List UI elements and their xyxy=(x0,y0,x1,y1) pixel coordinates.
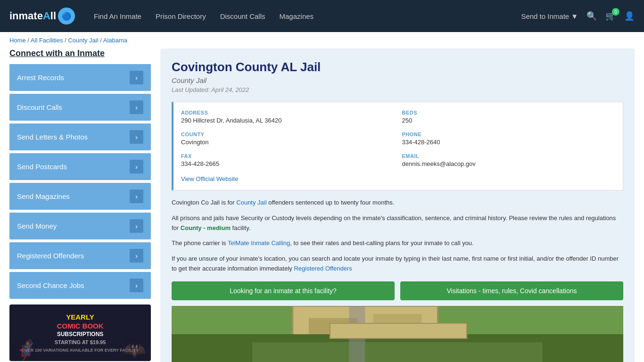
ad-hero2-icon: 🦸 xyxy=(14,339,38,361)
facility-info-grid: ADDRESS 290 Hillcrest Dr, Andalusia, AL … xyxy=(172,102,623,190)
ad-title: YEARLY COMIC BOOK SUBSCRIPTIONS STARTING… xyxy=(22,313,139,354)
facility-name: Covington County AL Jail xyxy=(172,60,623,74)
send-to-inmate-button[interactable]: Send to Inmate ▼ xyxy=(521,12,578,20)
svg-rect-8 xyxy=(252,342,543,362)
search-icon[interactable]: 🔍 xyxy=(586,11,597,21)
sidebar-title: Connect with an Inmate xyxy=(9,49,151,58)
breadcrumb: Home / All Facilities / County Jail / Al… xyxy=(0,32,644,49)
desc-para-2: All prisons and jails have Security or C… xyxy=(172,214,623,233)
nav-magazines[interactable]: Magazines xyxy=(280,8,314,24)
chevron-down-icon: ▼ xyxy=(571,12,578,20)
facility-card: Covington County AL Jail County Jail Las… xyxy=(160,49,635,362)
sidebar-item-send-magazines[interactable]: Send Magazines › xyxy=(9,183,151,210)
facility-type: County Jail xyxy=(172,76,623,84)
chevron-right-icon: › xyxy=(130,189,143,203)
sidebar-item-discount-calls[interactable]: Discount Calls › xyxy=(9,94,151,121)
cart-button[interactable]: 🛒 0 xyxy=(605,11,616,21)
facility-aerial-image xyxy=(172,306,623,362)
info-address: ADDRESS 290 Hillcrest Dr, Andalusia, AL … xyxy=(181,110,395,124)
telmate-link[interactable]: TelMate Inmate Calling xyxy=(228,239,290,247)
sidebar-item-second-chance-jobs[interactable]: Second Chance Jobs › xyxy=(9,272,151,299)
nav-links: Find An Inmate Prison Directory Discount… xyxy=(94,8,521,24)
breadcrumb-home[interactable]: Home xyxy=(9,37,26,44)
sidebar-item-label: Registered Offenders xyxy=(17,252,84,260)
sidebar-item-label: Arrest Records xyxy=(17,74,64,82)
desc-para-1: Covington Co Jail is for County Jail off… xyxy=(172,198,623,208)
desc-para-3: The phone carrier is TelMate Inmate Call… xyxy=(172,239,623,248)
chevron-right-icon: › xyxy=(130,71,143,84)
sidebar-item-send-money[interactable]: Send Money › xyxy=(9,213,151,239)
chevron-right-icon: › xyxy=(130,249,143,263)
sidebar-item-label: Send Postcards xyxy=(17,163,67,171)
chevron-right-icon: › xyxy=(130,219,143,233)
view-website-link[interactable]: View Official Website xyxy=(181,175,238,182)
info-county: COUNTY Covington xyxy=(181,132,395,146)
sidebar: Connect with an Inmate Arrest Records › … xyxy=(9,49,151,362)
sidebar-item-label: Send Magazines xyxy=(17,192,70,200)
info-phone: PHONE 334-428-2640 xyxy=(402,132,616,146)
info-beds: BEDS 250 xyxy=(402,110,616,124)
breadcrumb-county-jail[interactable]: County Jail xyxy=(68,37,98,44)
county-jail-link[interactable]: County Jail xyxy=(236,199,266,206)
svg-text:🔵: 🔵 xyxy=(62,12,71,21)
sidebar-item-label: Send Letters & Photos xyxy=(17,133,88,141)
chevron-right-icon: › xyxy=(130,100,143,114)
facility-description: Covington Co Jail is for County Jail off… xyxy=(172,198,623,274)
ad-hero-icon: 🦇 xyxy=(123,339,146,361)
nav-discount-calls[interactable]: Discount Calls xyxy=(220,8,265,24)
info-email: EMAIL dennis.meeks@alacop.gov xyxy=(402,153,616,167)
chevron-right-icon: › xyxy=(130,160,143,173)
sidebar-item-send-postcards[interactable]: Send Postcards › xyxy=(9,153,151,180)
cart-badge-count: 0 xyxy=(612,8,619,16)
looking-for-inmate-button[interactable]: Looking for an inmate at this facility? xyxy=(172,281,395,300)
registered-offenders-link[interactable]: Registered Offenders xyxy=(294,265,352,272)
chevron-right-icon: › xyxy=(130,279,143,292)
breadcrumb-alabama[interactable]: Alabama xyxy=(103,37,127,44)
sidebar-item-label: Discount Calls xyxy=(17,103,62,111)
logo-text: inmateAll xyxy=(9,10,56,22)
user-icon[interactable]: 👤 xyxy=(624,11,635,21)
action-buttons: Looking for an inmate at this facility? … xyxy=(172,281,623,300)
chevron-right-icon: › xyxy=(130,130,143,144)
sidebar-item-label: Send Money xyxy=(17,222,57,230)
desc-para-4: If you are unsure of your inmate's locat… xyxy=(172,254,623,274)
main-container: Connect with an Inmate Arrest Records › … xyxy=(0,49,644,362)
sidebar-item-send-letters[interactable]: Send Letters & Photos › xyxy=(9,123,151,150)
main-nav: inmateAll 🔵 Find An Inmate Prison Direct… xyxy=(0,0,644,32)
nav-right: Send to Inmate ▼ 🔍 🛒 0 👤 xyxy=(521,11,635,21)
sidebar-item-registered-offenders[interactable]: Registered Offenders › xyxy=(9,242,151,269)
county-medium-link[interactable]: County - medium xyxy=(181,224,231,231)
visitations-button[interactable]: Visitations - times, rules, Covid cancel… xyxy=(400,281,623,300)
svg-rect-9 xyxy=(349,306,365,362)
info-website: View Official Website xyxy=(181,175,615,182)
logo[interactable]: inmateAll 🔵 xyxy=(9,8,75,25)
sidebar-advertisement[interactable]: YEARLY COMIC BOOK SUBSCRIPTIONS STARTING… xyxy=(9,304,151,361)
sidebar-item-arrest-records[interactable]: Arrest Records › xyxy=(9,64,151,91)
breadcrumb-all-facilities[interactable]: All Facilities xyxy=(31,37,63,44)
nav-prison-directory[interactable]: Prison Directory xyxy=(156,8,206,24)
info-fax: FAX 334-428-2665 xyxy=(181,153,395,167)
nav-find-inmate[interactable]: Find An Inmate xyxy=(94,8,141,24)
facility-last-updated: Last Updated: April 24, 2022 xyxy=(172,86,623,93)
sidebar-item-label: Second Chance Jobs xyxy=(17,281,84,289)
